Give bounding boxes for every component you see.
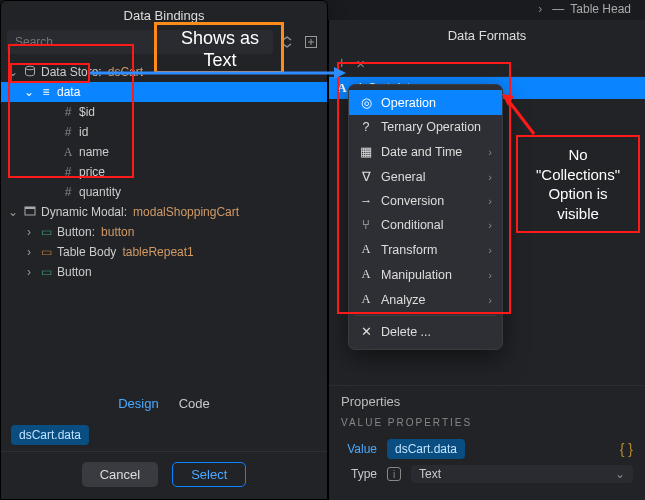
menu-label: Analyze <box>381 293 425 307</box>
background-tree-item: › — Table Head <box>534 2 631 16</box>
menu-conversion[interactable]: →Conversion› <box>349 189 502 213</box>
chevron-right-icon: › <box>488 244 492 256</box>
value-properties-title: VALUE PROPERTIES <box>341 417 633 428</box>
code-tab[interactable]: Code <box>179 396 210 411</box>
chevron-right-icon: › <box>23 245 35 259</box>
type-row: Type i Text ⌄ <box>341 462 633 486</box>
menu-label: Conditional <box>381 218 444 232</box>
collapse-all-button[interactable] <box>277 32 297 52</box>
design-tab[interactable]: Design <box>118 396 158 411</box>
menu-analyze[interactable]: AAnalyze› <box>349 287 502 312</box>
value-label: Value <box>341 442 377 456</box>
tree-field[interactable]: #quantity <box>1 182 327 202</box>
chevron-down-icon: ⌄ <box>7 65 19 79</box>
tree-label: quantity <box>79 185 121 199</box>
menu-label: Ternary Operation <box>381 120 481 134</box>
modal-icon <box>23 205 37 220</box>
hash-icon: # <box>61 105 75 119</box>
type-value: Text <box>419 467 441 481</box>
tree-item[interactable]: ›▭Button <box>1 262 327 282</box>
menu-ternary[interactable]: ?Ternary Operation <box>349 115 502 139</box>
text-icon: A <box>61 145 75 160</box>
database-icon <box>23 65 37 80</box>
menu-label: Conversion <box>381 194 444 208</box>
menu-conditional[interactable]: ⑂Conditional› <box>349 213 502 237</box>
tree-field[interactable]: #price <box>1 162 327 182</box>
cancel-button[interactable]: Cancel <box>82 462 158 487</box>
tree-datastore[interactable]: ⌄ Data Store: dsCart <box>1 62 327 82</box>
tree-label: id <box>79 125 88 139</box>
tree-name: modalShoppingCart <box>133 205 239 219</box>
type-select[interactable]: Text ⌄ <box>411 465 633 483</box>
tree-label: price <box>79 165 105 179</box>
button-icon: ▭ <box>39 225 53 239</box>
tree-label: Table Body <box>57 245 116 259</box>
arrow-icon: → <box>359 194 373 208</box>
menu-operation[interactable]: ◎Operation <box>349 90 502 115</box>
text-icon: A <box>359 267 373 282</box>
panel-title: Data Formats <box>329 20 645 50</box>
button-icon: ▭ <box>39 265 53 279</box>
list-icon: ≡ <box>39 85 53 99</box>
bindings-tree: ⌄ Data Store: dsCart ⌄ ≡ data #$id #id A… <box>1 60 327 388</box>
svg-point-1 <box>26 66 35 70</box>
filter-icon: ∇ <box>359 169 373 184</box>
select-button[interactable]: Select <box>172 462 246 487</box>
tree-field[interactable]: #id <box>1 122 327 142</box>
tree-label: Button <box>57 265 92 279</box>
calendar-icon: ▦ <box>359 144 373 159</box>
tree-field[interactable]: Aname <box>1 142 327 162</box>
close-format-button[interactable]: × <box>356 55 365 72</box>
hash-icon: # <box>61 125 75 139</box>
operations-menu: ◎Operation ?Ternary Operation ▦Date and … <box>348 84 503 350</box>
value-chip[interactable]: dsCart.data <box>387 439 465 459</box>
menu-general[interactable]: ∇General› <box>349 164 502 189</box>
add-format-button[interactable]: + <box>337 54 346 72</box>
chevron-right-icon: › <box>534 2 546 16</box>
binding-icon[interactable]: { } <box>620 441 633 457</box>
dash-icon: — <box>552 2 564 16</box>
menu-datetime[interactable]: ▦Date and Time› <box>349 139 502 164</box>
properties-section: Properties VALUE PROPERTIES Value dsCart… <box>329 385 645 500</box>
chevron-right-icon: › <box>488 146 492 158</box>
chevron-down-icon: ⌄ <box>23 85 35 99</box>
tree-modal[interactable]: ⌄ Dynamic Modal: modalShoppingCart <box>1 202 327 222</box>
chevron-right-icon: › <box>488 219 492 231</box>
tree-field[interactable]: #$id <box>1 102 327 122</box>
tree-data-selected[interactable]: ⌄ ≡ data <box>1 82 327 102</box>
delete-icon: ✕ <box>359 324 373 339</box>
chevron-right-icon: › <box>488 171 492 183</box>
info-icon[interactable]: i <box>387 467 401 481</box>
data-bindings-panel: Data Bindings ⌄ Data Store: dsCart ⌄ ≡ d… <box>0 0 328 500</box>
tree-label: Button: <box>57 225 95 239</box>
background-item-label: Table Head <box>570 2 631 16</box>
menu-separator <box>355 315 496 316</box>
text-icon: A <box>359 242 373 257</box>
dialog-buttons: Cancel Select <box>1 451 327 499</box>
menu-label: Delete ... <box>381 325 431 339</box>
chevron-right-icon: › <box>23 265 35 279</box>
value-row: Value dsCart.data { } <box>341 436 633 462</box>
menu-label: Manipulation <box>381 268 452 282</box>
properties-title: Properties <box>341 394 633 409</box>
text-icon: A <box>359 292 373 307</box>
tree-label: data <box>57 85 80 99</box>
tree-item[interactable]: ›▭Button:button <box>1 222 327 242</box>
type-label: Type <box>341 467 377 481</box>
menu-transform[interactable]: ATransform› <box>349 237 502 262</box>
menu-label: Operation <box>381 96 436 110</box>
expression-row: dsCart.data <box>1 419 327 451</box>
search-input[interactable] <box>7 30 273 54</box>
table-icon: ▭ <box>39 245 53 259</box>
menu-delete[interactable]: ✕Delete ... <box>349 319 502 344</box>
tree-item[interactable]: ›▭Table BodytableRepeat1 <box>1 242 327 262</box>
expression-chip[interactable]: dsCart.data <box>11 425 89 445</box>
menu-manipulation[interactable]: AManipulation› <box>349 262 502 287</box>
add-button[interactable] <box>301 32 321 52</box>
svg-rect-3 <box>25 207 35 209</box>
tree-name: dsCart <box>108 65 143 79</box>
tree-label: $id <box>79 105 95 119</box>
branch-icon: ⑂ <box>359 218 373 232</box>
chevron-right-icon: › <box>488 269 492 281</box>
menu-label: Date and Time <box>381 145 462 159</box>
